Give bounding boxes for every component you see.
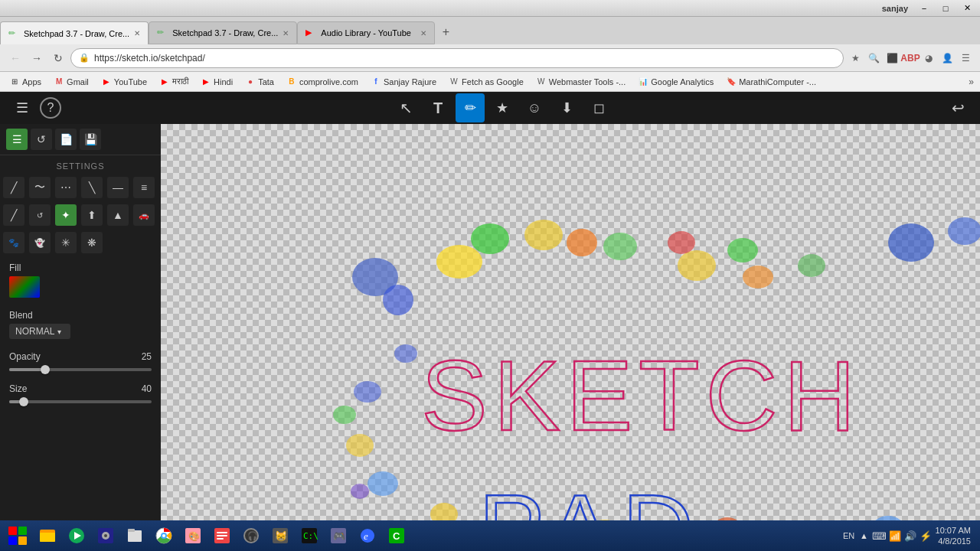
lens-button[interactable]: 🔍 <box>865 50 882 67</box>
brush-tool-3[interactable]: ⋯ <box>55 177 77 198</box>
ghost-tool[interactable]: 👻 <box>29 232 51 253</box>
new-tab-button[interactable]: + <box>435 23 456 41</box>
blend-arrow-icon: ▾ <box>57 328 61 336</box>
brush-tool-4[interactable]: ╲ <box>81 177 103 198</box>
bookmark-analytics[interactable]: 📊 Google Analytics <box>635 75 717 89</box>
taskbar-explorer[interactable] <box>34 522 61 549</box>
tray-network-icon[interactable]: 📶 <box>888 529 902 543</box>
tab-2[interactable]: ✏ Sketchpad 3.7 - Draw, Cre... ✕ <box>149 21 297 44</box>
chrome-button[interactable]: ◕ <box>920 50 937 67</box>
smiley-tool-button[interactable]: ☺ <box>520 93 549 122</box>
maximize-button[interactable]: □ <box>936 1 956 16</box>
history-button[interactable]: ↺ <box>31 129 52 150</box>
svg-text:C: C <box>393 530 400 542</box>
brush-tool-6[interactable]: ≡ <box>133 177 155 198</box>
menu-button[interactable]: ☰ <box>8 93 37 122</box>
taskbar-app4[interactable]: C <box>383 522 410 549</box>
tab-3-close[interactable]: ✕ <box>420 29 426 37</box>
bookmark-hindi-label: Hindi <box>214 77 233 86</box>
tab-3[interactable]: ▶ Audio Library - YouTube ✕ <box>297 21 435 44</box>
fill-color-swatch[interactable] <box>9 276 40 298</box>
minimize-button[interactable]: − <box>914 1 934 16</box>
bookmark-youtube[interactable]: ▶ YouTube <box>98 75 150 89</box>
tray-lang[interactable]: EN <box>842 529 856 543</box>
bookmark-hindi[interactable]: ▶ Hindi <box>198 75 236 89</box>
flower-tool[interactable]: ❋ <box>81 232 103 253</box>
bookmark-tata[interactable]: ● Tata <box>242 75 277 89</box>
taskbar-chrome[interactable] <box>150 522 178 549</box>
tab-1-close[interactable]: ✕ <box>134 29 140 37</box>
forward-button[interactable]: → <box>28 49 46 67</box>
taskbar-files[interactable] <box>121 522 149 549</box>
bookmark-star-button[interactable]: ★ <box>847 50 864 67</box>
new-layer-button[interactable]: 📄 <box>55 129 77 150</box>
size-slider-thumb[interactable] <box>19 397 28 406</box>
taskbar-time[interactable]: 10:07 AM 4/8/2015 <box>936 525 971 547</box>
taskbar-app2[interactable]: 😸 <box>266 522 294 549</box>
svg-point-15 <box>678 250 716 281</box>
blend-value: NORMAL <box>15 326 54 337</box>
brush-tool-1[interactable]: ╱ <box>3 177 24 198</box>
eraser-tool-button[interactable]: ◻ <box>584 93 613 122</box>
taskbar-player[interactable] <box>92 522 119 549</box>
blend-dropdown[interactable]: NORMAL ▾ <box>9 324 70 339</box>
taskbar-app3[interactable]: 🎮 <box>325 522 352 549</box>
taskbar-ie[interactable]: e <box>354 522 381 549</box>
bookmark-comprolive[interactable]: B comprolive.com <box>283 75 361 89</box>
arrow-tool[interactable]: ▲ <box>107 204 129 226</box>
refresh-button[interactable]: ↻ <box>49 49 67 67</box>
ssl-lock-icon: 🔒 <box>79 53 90 63</box>
adblock-button[interactable]: ABP <box>902 50 919 67</box>
taskbar-headphones[interactable]: 🎧 <box>237 522 265 549</box>
opacity-slider-thumb[interactable] <box>41 365 50 374</box>
taskbar-media[interactable] <box>63 522 90 549</box>
sparkle-tool[interactable]: ✦ <box>55 204 77 226</box>
tray-expand-icon[interactable]: ▲ <box>858 529 871 543</box>
tab-1[interactable]: ✏ Sketchpad 3.7 - Draw, Cre... ✕ <box>0 21 149 44</box>
text-tool-button[interactable]: T <box>423 93 452 122</box>
bookmark-apps[interactable]: ⊞ Apps <box>6 75 44 89</box>
line-tool[interactable]: ╱ <box>3 204 24 226</box>
curve-tool[interactable]: ↺ <box>29 204 51 226</box>
taskbar-paint[interactable]: 🎨 <box>179 522 207 549</box>
chrome-menu-button[interactable]: ☰ <box>957 50 974 67</box>
bookmark-marathi[interactable]: ▶ मराठी <box>156 75 191 89</box>
select-tool-button[interactable]: ↖ <box>391 93 420 122</box>
tab-2-close[interactable]: ✕ <box>283 29 289 37</box>
bookmark-webmaster[interactable]: W Webmaster Tools -... <box>533 75 629 89</box>
bookmark-sanjay[interactable]: f Sanjay Rajure <box>368 75 439 89</box>
opacity-slider-track[interactable] <box>9 368 152 371</box>
tray-power-icon[interactable]: ⚡ <box>919 529 933 543</box>
undo-button[interactable]: ↩ <box>943 93 972 122</box>
help-button[interactable]: ? <box>40 97 61 119</box>
save-button[interactable]: 💾 <box>80 129 101 150</box>
extensions-button[interactable]: ⬛ <box>884 50 900 67</box>
brush-tool-5[interactable]: — <box>107 177 129 198</box>
star-tool-button[interactable]: ★ <box>488 93 517 122</box>
bookmark-fetch[interactable]: W Fetch as Google <box>446 75 527 89</box>
fill-tool-button[interactable]: ⬇ <box>552 93 581 122</box>
close-button[interactable]: ✕ <box>957 1 977 16</box>
brush-tool-2[interactable]: 〜 <box>29 177 51 198</box>
layers-button[interactable]: ☰ <box>6 129 28 150</box>
bookmark-gmail[interactable]: M Gmail <box>51 75 92 89</box>
paw-tool[interactable]: 🐾 <box>3 232 24 253</box>
start-button[interactable] <box>3 522 32 549</box>
car-tool[interactable]: 🚗 <box>133 204 155 226</box>
star2-tool[interactable]: ✳ <box>55 232 77 253</box>
tray-volume-icon[interactable]: 🔊 <box>903 529 917 543</box>
canvas-drawing[interactable]: SKETCH PAD <box>161 124 980 551</box>
back-button[interactable]: ← <box>6 49 24 67</box>
canvas-area[interactable]: SKETCH PAD <box>161 124 980 551</box>
stamp-tool[interactable]: ⬆ <box>81 204 103 226</box>
pencil-tool-button[interactable]: ✏ <box>456 93 485 122</box>
svg-point-41 <box>351 484 369 499</box>
bookmarks-more-button[interactable]: » <box>969 77 974 87</box>
bookmark-marathi-computer[interactable]: 🔖 MarathiComputer -... <box>723 75 819 89</box>
size-slider-track[interactable] <box>9 400 152 403</box>
tray-keyboard-icon[interactable]: ⌨ <box>873 529 887 543</box>
address-bar[interactable]: 🔒 https://sketch.io/sketchpad/ <box>70 48 844 68</box>
taskbar-terminal[interactable]: C:\ <box>296 522 323 549</box>
taskbar-app1[interactable] <box>208 522 236 549</box>
user-button[interactable]: 👤 <box>939 50 956 67</box>
